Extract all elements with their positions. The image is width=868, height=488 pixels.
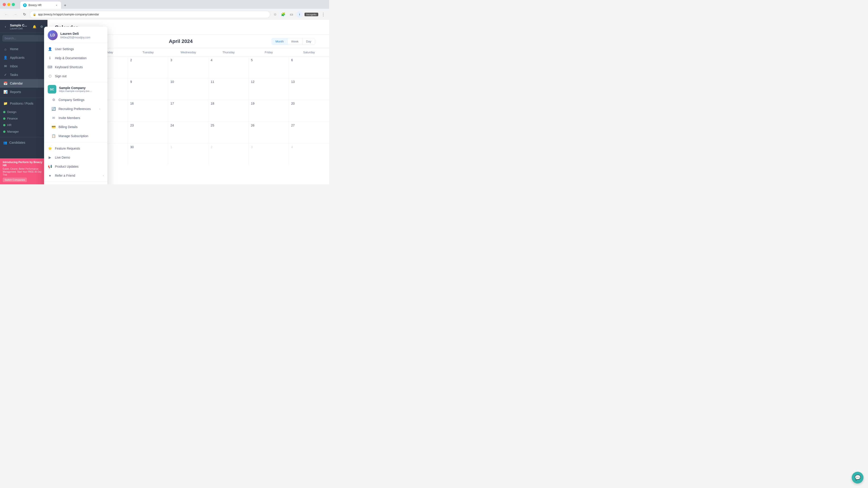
live-demo-icon: ▶: [48, 155, 52, 160]
dropdown-extra-section: ⭐ Feature Requests ▶ Live Demo 📢 Product…: [44, 142, 107, 182]
back-button[interactable]: ←: [3, 11, 10, 18]
billing-details-label: Billing Details: [59, 125, 100, 129]
billing-details-icon: 💳: [51, 125, 56, 129]
url-text: app.breezy.hr/app/c/sample-company/calen…: [38, 13, 267, 16]
dropdown-user-email: 840ea2f0@moodjoy.com: [60, 36, 90, 39]
dropdown-menu: LD Lauren Deli 840ea2f0@moodjoy.com 👤 Us…: [44, 27, 107, 184]
company-info: Sample Company https://sample-company.br…: [59, 86, 92, 92]
invite-members-item[interactable]: ✉ Invite Members: [48, 113, 104, 123]
sign-out-label: Sign out: [55, 74, 104, 78]
sign-out-icon: ⬡: [48, 74, 52, 78]
company-settings-icon: ⚙: [51, 98, 56, 102]
close-window-button[interactable]: [3, 3, 6, 6]
close-tab-button[interactable]: ×: [55, 3, 58, 7]
feature-requests-label: Feature Requests: [55, 147, 104, 150]
refer-friend-item[interactable]: ♥ Refer a Friend ›: [44, 171, 107, 180]
dropdown-add-company-section: + + Add Company: [44, 182, 107, 184]
help-docs-item[interactable]: ℹ Help & Documentation: [44, 54, 107, 63]
help-docs-label: Help & Documentation: [55, 56, 104, 60]
keyboard-shortcuts-label: Keyboard Shortcuts: [55, 65, 104, 69]
user-settings-item[interactable]: 👤 User Settings: [44, 44, 107, 54]
profile-button[interactable]: I: [296, 11, 303, 18]
recruiting-prefs-arrow: ›: [99, 107, 100, 110]
feature-requests-icon: ⭐: [48, 146, 52, 151]
maximize-window-button[interactable]: [12, 3, 15, 6]
dropdown-overlay: LD Lauren Deli 840ea2f0@moodjoy.com 👤 Us…: [0, 20, 329, 184]
add-company-item[interactable]: + + Add Company: [44, 183, 107, 184]
recruiting-prefs-item[interactable]: 🔄 Recruiting Preferences ›: [48, 104, 104, 113]
company-logo: SC: [48, 85, 56, 94]
refer-friend-arrow: ›: [103, 174, 104, 177]
company-settings-label: Company Settings: [59, 98, 100, 102]
user-avatar: LD: [48, 30, 58, 40]
incognito-badge: Incognito: [305, 13, 318, 16]
user-initials: LD: [50, 33, 55, 37]
dropdown-user-name: Lauren Deli: [60, 32, 90, 35]
bookmark-button[interactable]: ☆: [272, 11, 278, 18]
app-container: ‹ Sample C... Lauren Deli 🔔 ⚙ ⌂ Home 👤 A…: [0, 20, 329, 184]
company-settings-item[interactable]: ⚙ Company Settings: [48, 95, 104, 104]
address-bar-row: ← → ↻ 🔒 app.breezy.hr/app/c/sample-compa…: [0, 9, 329, 20]
forward-button[interactable]: →: [12, 11, 19, 18]
billing-details-item[interactable]: 💳 Billing Details: [48, 123, 104, 131]
keyboard-shortcuts-icon: ⌨: [48, 65, 52, 69]
minimize-window-button[interactable]: [7, 3, 10, 6]
dropdown-user-section: 👤 User Settings ℹ Help & Documentation ⌨…: [44, 43, 107, 82]
browser-menu-button[interactable]: ⋮: [320, 11, 327, 18]
keyboard-shortcuts-item[interactable]: ⌨ Keyboard Shortcuts: [44, 63, 107, 72]
product-updates-item[interactable]: 📢 Product Updates: [44, 162, 107, 171]
manage-subscription-icon: 📋: [51, 134, 56, 138]
live-demo-label: Live Demo: [55, 156, 104, 159]
user-info: Lauren Deli 840ea2f0@moodjoy.com: [60, 32, 90, 39]
browser-tab[interactable]: B Breezy HR ×: [20, 2, 61, 9]
company-header: SC Sample Company https://sample-company…: [48, 85, 104, 94]
dropdown-company-section: SC Sample Company https://sample-company…: [44, 82, 107, 142]
tab-bar: B Breezy HR × +: [19, 0, 70, 9]
window-controls: [3, 3, 15, 6]
dropdown-company-url: https://sample-company.bre....: [59, 90, 92, 92]
dropdown-user-header: LD Lauren Deli 840ea2f0@moodjoy.com: [44, 27, 107, 43]
product-updates-label: Product Updates: [55, 165, 104, 168]
help-docs-icon: ℹ: [48, 56, 52, 60]
lock-icon: 🔒: [33, 13, 36, 16]
recruiting-prefs-label: Recruiting Preferences: [59, 107, 96, 111]
tab-favicon: B: [23, 3, 27, 7]
browser-chrome: B Breezy HR × + ← → ↻ 🔒 app.breezy.hr/ap…: [0, 0, 329, 20]
dropdown-company-name: Sample Company: [59, 86, 92, 90]
feature-requests-item[interactable]: ⭐ Feature Requests: [44, 144, 107, 153]
refresh-button[interactable]: ↻: [21, 11, 28, 18]
invite-members-icon: ✉: [51, 116, 56, 120]
manage-subscription-item[interactable]: 📋 Manage Subscription: [48, 131, 104, 140]
product-updates-icon: 📢: [48, 164, 52, 169]
recruiting-prefs-icon: 🔄: [51, 107, 56, 111]
sidebar-toggle-button[interactable]: ▭: [288, 11, 294, 18]
user-settings-label: User Settings: [55, 47, 104, 51]
refer-friend-icon: ♥: [48, 173, 52, 178]
live-demo-item[interactable]: ▶ Live Demo: [44, 153, 107, 162]
tab-title: Breezy HR: [29, 4, 41, 7]
extensions-button[interactable]: 🧩: [280, 11, 286, 18]
invite-members-label: Invite Members: [59, 116, 100, 120]
title-bar: B Breezy HR × +: [0, 0, 329, 9]
sign-out-item[interactable]: ⬡ Sign out: [44, 72, 107, 80]
new-tab-button[interactable]: +: [62, 2, 68, 9]
user-settings-icon: 👤: [48, 47, 52, 51]
address-bar[interactable]: 🔒 app.breezy.hr/app/c/sample-company/cal…: [30, 11, 270, 18]
refer-friend-label: Refer a Friend: [55, 174, 100, 177]
manage-subscription-label: Manage Subscription: [59, 134, 100, 138]
